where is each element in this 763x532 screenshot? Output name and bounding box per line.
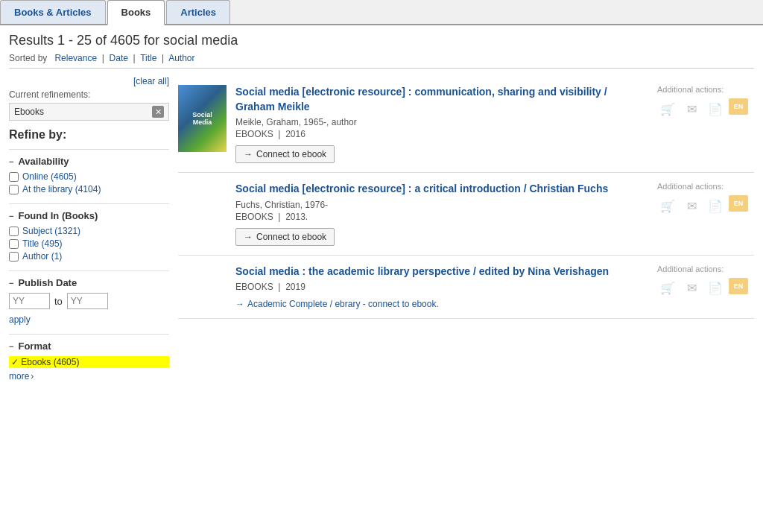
sort-author[interactable]: Author <box>168 53 194 63</box>
checkbox-library[interactable] <box>9 185 19 194</box>
result-meta-1: EBOOKS | 2016 <box>235 129 648 139</box>
facet-found-in: − Found In (Books) Subject (1321) Title … <box>9 203 169 262</box>
facet-item-subject: Subject (1321) <box>9 226 169 236</box>
table-row: Social media : the academic library pers… <box>178 256 754 320</box>
date-apply-button[interactable]: apply <box>9 314 31 325</box>
date-to-input[interactable] <box>67 293 108 309</box>
result-title-2[interactable]: Social media [electronic resource] : a c… <box>235 182 648 197</box>
facet-availability-toggle[interactable]: − <box>9 157 13 166</box>
email-icon-1[interactable]: ✉ <box>681 98 702 119</box>
facet-publish-date-title: − Publish Date <box>9 277 169 288</box>
facet-item-online: Online (4605) <box>9 171 169 182</box>
connect-ebook-button-1[interactable]: → Connect to ebook <box>235 145 335 163</box>
tab-books-articles[interactable]: Books & Articles <box>0 0 106 24</box>
table-row: Social media [electronic resource] : a c… <box>178 173 754 256</box>
chevron-right-icon: › <box>31 371 34 381</box>
action-icons-3: 🛒 ✉ 📄 EN <box>657 278 748 299</box>
endnote-icon-3[interactable]: EN <box>729 278 748 294</box>
result-main-3: Social media : the academic library pers… <box>235 265 648 310</box>
basket-icon-3[interactable]: 🛒 <box>657 278 678 299</box>
facet-publish-date-toggle[interactable]: − <box>9 279 13 288</box>
endnote-icon-2[interactable]: EN <box>729 195 748 212</box>
connect-arrow-icon-1: → <box>244 149 253 159</box>
tab-articles[interactable]: Articles <box>166 0 230 24</box>
result-actions-1: Additional actions: 🛒 ✉ 📄 EN <box>657 85 754 119</box>
email-icon-2[interactable]: ✉ <box>681 195 702 216</box>
action-icons-1: 🛒 ✉ 📄 EN <box>657 98 748 119</box>
results-heading: Results 1 - 25 of 4605 for social media <box>9 33 754 48</box>
remove-refinement-button[interactable]: ✕ <box>152 106 164 118</box>
refinement-value: Ebooks <box>14 107 44 117</box>
connect-label-1: Connect to ebook <box>256 149 326 159</box>
facet-format-label: Format <box>18 341 51 352</box>
results-area: SocialMedia Social media [electronic res… <box>178 76 754 390</box>
result-meta-3: EBOOKS | 2019 <box>235 282 648 292</box>
facet-publish-date-label: Publish Date <box>18 277 77 288</box>
more-label: more <box>9 371 29 381</box>
label-library[interactable]: At the library (4104) <box>22 184 101 194</box>
basket-icon-2[interactable]: 🛒 <box>657 195 678 216</box>
facet-availability-title: − Availability <box>9 156 169 167</box>
facet-found-in-toggle[interactable]: − <box>9 212 13 221</box>
label-author[interactable]: Author (1) <box>22 251 62 262</box>
facet-item-library: At the library (4104) <box>9 184 169 194</box>
table-row: SocialMedia Social media [electronic res… <box>178 76 754 173</box>
facet-format: − Format ✓ Ebooks (4605) more › <box>9 334 169 381</box>
page-body: Results 1 - 25 of 4605 for social media … <box>0 25 763 398</box>
sort-date[interactable]: Date <box>110 53 128 63</box>
doc-icon-3[interactable]: 📄 <box>705 278 726 299</box>
facet-format-toggle[interactable]: − <box>9 342 13 351</box>
format-more-link[interactable]: more › <box>9 371 34 381</box>
sort-bar: Sorted by Relevance | Date | Title | Aut… <box>9 53 754 69</box>
basket-icon-1[interactable]: 🛒 <box>657 98 678 119</box>
facet-found-in-label: Found In (Books) <box>18 210 98 221</box>
format-ebooks-label: ✓ Ebooks (4605) <box>11 357 79 367</box>
clear-all-link[interactable]: [clear all] <box>9 76 169 86</box>
facet-publish-date: − Publish Date to apply <box>9 270 169 325</box>
result-title-3[interactable]: Social media : the academic library pers… <box>235 265 648 279</box>
endnote-icon-1[interactable]: EN <box>729 98 748 115</box>
refinement-tag: Ebooks ✕ <box>9 103 169 121</box>
connect-ebook-button-2[interactable]: → Connect to ebook <box>235 228 335 246</box>
connect-arrow-icon-3: → <box>235 299 244 309</box>
checkbox-subject[interactable] <box>9 227 19 236</box>
tab-books[interactable]: Books <box>107 0 165 25</box>
doc-icon-1[interactable]: 📄 <box>705 98 726 119</box>
sort-title[interactable]: Title <box>140 53 156 63</box>
label-subject[interactable]: Subject (1321) <box>22 226 80 236</box>
format-ebooks-item[interactable]: ✓ Ebooks (4605) <box>9 356 169 368</box>
date-from-input[interactable] <box>9 293 50 309</box>
result-actions-2: Additional actions: 🛒 ✉ 📄 EN <box>657 182 754 216</box>
connect-arrow-icon-2: → <box>244 232 253 242</box>
email-icon-3[interactable]: ✉ <box>681 278 702 299</box>
result-author-1: Meikle, Graham, 1965-, author <box>235 117 648 127</box>
facet-availability: − Availability Online (4605) At the libr… <box>9 149 169 194</box>
tabs-bar: Books & Articles Books Articles <box>0 0 763 25</box>
result-author-2: Fuchs, Christian, 1976- <box>235 200 648 210</box>
facet-found-in-title: − Found In (Books) <box>9 210 169 221</box>
facet-format-title: − Format <box>9 341 169 352</box>
sort-prefix: Sorted by <box>9 53 47 63</box>
checkbox-online[interactable] <box>9 172 19 182</box>
checkbox-title[interactable] <box>9 239 19 249</box>
date-range-row: to <box>9 293 169 309</box>
facet-item-title: Title (495) <box>9 238 169 249</box>
result-main-1: Social media [electronic resource] : com… <box>235 85 648 163</box>
actions-label-2: Additional actions: <box>657 182 724 191</box>
result-title-1[interactable]: Social media [electronic resource] : com… <box>235 85 648 114</box>
checkbox-author[interactable] <box>9 252 19 262</box>
actions-label-1: Additional actions: <box>657 85 724 94</box>
label-title-facet[interactable]: Title (495) <box>22 238 63 249</box>
date-to-label: to <box>54 296 63 307</box>
doc-icon-2[interactable]: 📄 <box>705 195 726 216</box>
actions-label-3: Additional actions: <box>657 265 724 273</box>
result-cover-1: SocialMedia <box>178 85 227 152</box>
result-main-2: Social media [electronic resource] : a c… <box>235 182 648 246</box>
sort-relevance[interactable]: Relevance <box>54 53 97 63</box>
sidebar: [clear all] Current refinements: Ebooks … <box>9 76 169 390</box>
main-layout: [clear all] Current refinements: Ebooks … <box>9 76 754 390</box>
connect-link-3[interactable]: → Academic Complete / ebrary - connect t… <box>235 299 439 309</box>
action-icons-2: 🛒 ✉ 📄 EN <box>657 195 748 216</box>
label-online[interactable]: Online (4605) <box>22 171 77 182</box>
current-refinements-label: Current refinements: <box>9 89 169 100</box>
